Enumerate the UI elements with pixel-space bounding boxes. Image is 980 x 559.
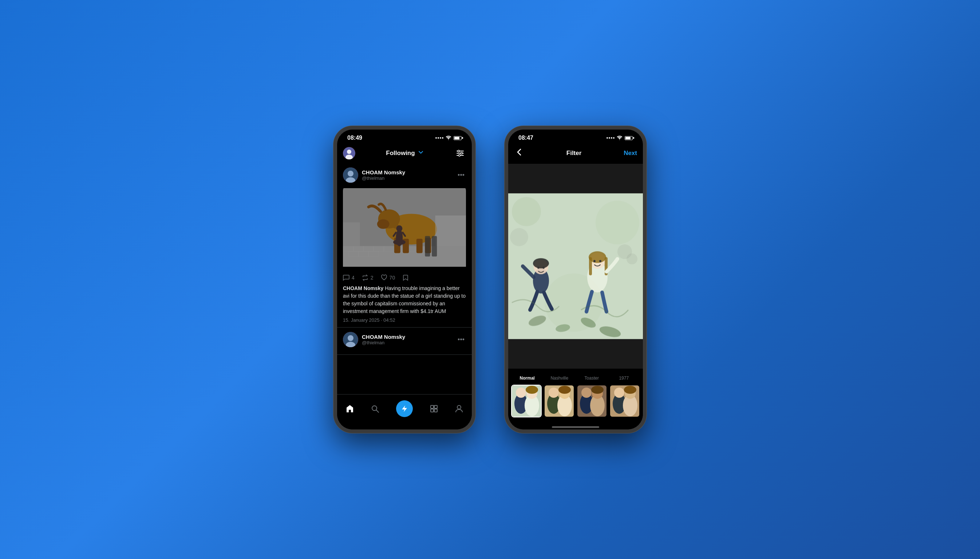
retweet-icon xyxy=(362,275,368,281)
feed-content[interactable]: CHOAM Nomsky @thielman ••• xyxy=(337,163,472,394)
tweet-text-1: CHOAM Nomsky Having trouble imagining a … xyxy=(343,284,466,315)
svg-point-63 xyxy=(593,260,596,262)
tweet-actions-1: 4 2 xyxy=(343,275,466,281)
tweet-card-1: CHOAM Nomsky @thielman ••• xyxy=(337,163,472,327)
like-count: 70 xyxy=(389,275,396,281)
wifi-icon-2 xyxy=(617,136,622,140)
svg-line-42 xyxy=(376,410,379,413)
filter-screen: Filter Next xyxy=(508,144,643,430)
filter-thumb-normal[interactable] xyxy=(511,385,542,417)
svg-rect-46 xyxy=(434,409,437,412)
nav-spaces[interactable] xyxy=(425,402,443,415)
feed-header: Following xyxy=(337,144,472,163)
tweet-author-2[interactable]: CHOAM Nomsky @thielman xyxy=(343,332,405,347)
svg-point-1 xyxy=(347,150,351,154)
svg-rect-35 xyxy=(435,215,466,246)
next-button[interactable]: Next xyxy=(624,150,637,157)
squares-icon xyxy=(430,404,438,413)
tweet-username-2: @thielman xyxy=(362,340,405,346)
user-avatar-small[interactable] xyxy=(343,147,355,159)
nav-create[interactable] xyxy=(392,398,417,419)
svg-rect-36 xyxy=(425,236,430,256)
filter-names-row: Normal Nashville Toaster 1977 xyxy=(508,374,643,381)
retweet-action[interactable]: 2 xyxy=(362,275,374,281)
status-icons-1 xyxy=(435,136,462,140)
filter-button[interactable] xyxy=(454,147,466,159)
svg-point-96 xyxy=(614,388,624,398)
phone1-wrapper: 08:49 xyxy=(333,126,475,433)
nav-profile[interactable] xyxy=(450,402,468,415)
tweet-name-block-1: CHOAM Nomsky @thielman xyxy=(362,169,405,181)
svg-point-39 xyxy=(348,335,354,341)
svg-point-6 xyxy=(460,152,462,154)
phone1-screen: 08:49 xyxy=(337,129,472,430)
svg-point-55 xyxy=(533,258,549,269)
tweet-author-name: CHOAM Nomsky xyxy=(343,285,383,291)
svg-rect-44 xyxy=(434,405,437,408)
wifi-icon xyxy=(445,136,452,140)
tweet-display-name-1: CHOAM Nomsky xyxy=(362,169,405,175)
filter-normal-label[interactable]: Normal xyxy=(511,374,543,381)
status-time-1: 08:49 xyxy=(347,135,362,141)
tweet-header-2: CHOAM Nomsky @thielman ••• xyxy=(343,332,466,347)
dynamic-island-2 xyxy=(554,133,598,146)
svg-point-64 xyxy=(599,260,601,262)
status-icons-2 xyxy=(606,136,633,140)
svg-point-72 xyxy=(510,228,528,246)
filter-1977-label[interactable]: 1977 xyxy=(608,374,641,381)
home-indicator-2 xyxy=(552,426,599,428)
bookmark-action[interactable] xyxy=(402,275,409,281)
phone2-screen: 08:47 xyxy=(508,129,643,430)
battery-icon-2 xyxy=(625,136,633,140)
heart-icon xyxy=(381,275,387,281)
tweet-name-block-2: CHOAM Nomsky @thielman xyxy=(362,334,405,346)
comment-count: 4 xyxy=(352,275,354,281)
svg-point-4 xyxy=(458,150,459,152)
svg-point-75 xyxy=(516,388,526,398)
svg-point-32 xyxy=(396,225,402,232)
filter-thumb-1977[interactable] xyxy=(609,385,640,417)
tweet-timestamp-1: 15. January 2025 · 04:52 xyxy=(343,318,466,323)
bottom-nav xyxy=(337,394,472,430)
filter-nav: Filter Next xyxy=(508,144,643,164)
thumb-toaster-image xyxy=(578,385,606,417)
tweet-display-name-2: CHOAM Nomsky xyxy=(362,334,405,340)
filter-name-nashville: Nashville xyxy=(550,375,568,381)
feed-screen: Following xyxy=(337,144,472,430)
filter-nashville-label[interactable]: Nashville xyxy=(543,374,576,381)
create-bolt-button[interactable] xyxy=(396,400,413,417)
like-action[interactable]: 70 xyxy=(381,275,396,281)
svg-rect-28 xyxy=(417,239,423,253)
filter-options-area: Normal Nashville Toaster 1977 xyxy=(508,369,643,423)
filter-toaster-label[interactable]: Toaster xyxy=(576,374,608,381)
tweet-header-1: CHOAM Nomsky @thielman ••• xyxy=(343,167,466,183)
phone2-frame: 08:47 xyxy=(505,126,647,433)
search-icon xyxy=(371,404,379,413)
comment-icon xyxy=(343,275,349,281)
nav-home[interactable] xyxy=(341,402,359,415)
svg-point-33 xyxy=(393,240,406,245)
tweet-image-1[interactable] xyxy=(343,185,466,271)
filter-title: Filter xyxy=(566,150,582,157)
profile-icon xyxy=(455,404,464,413)
tweet-author-1[interactable]: CHOAM Nomsky @thielman xyxy=(343,167,405,183)
svg-point-92 xyxy=(591,386,604,394)
filter-thumb-toaster[interactable] xyxy=(577,385,607,417)
svg-rect-45 xyxy=(430,409,434,412)
phone2-wrapper: 08:47 xyxy=(505,126,647,433)
tweet-more-button-2[interactable]: ••• xyxy=(456,334,466,345)
svg-point-10 xyxy=(348,171,354,177)
svg-point-50 xyxy=(512,197,541,227)
nav-search[interactable] xyxy=(366,402,384,415)
bookmark-icon xyxy=(402,275,409,281)
svg-rect-43 xyxy=(430,405,434,408)
tweet-more-button-1[interactable]: ••• xyxy=(456,170,466,180)
back-button[interactable] xyxy=(514,147,524,159)
following-dropdown[interactable]: Following xyxy=(386,150,424,157)
filter-thumbnails-row xyxy=(508,385,643,417)
comment-action[interactable]: 4 xyxy=(343,275,354,281)
bolt-icon xyxy=(401,405,409,413)
phone1-frame: 08:49 xyxy=(333,126,475,433)
thumb-1977-image xyxy=(610,385,639,417)
filter-thumb-nashville[interactable] xyxy=(544,385,574,417)
